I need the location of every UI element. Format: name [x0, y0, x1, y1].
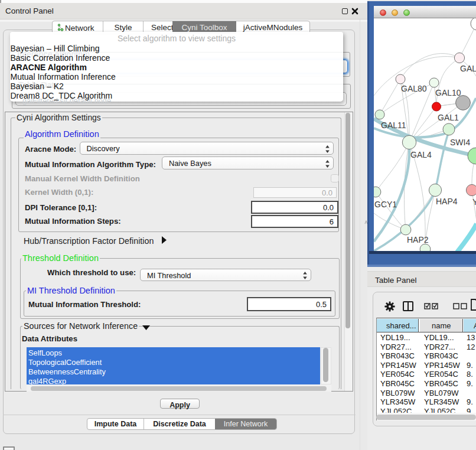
svg-text:GAL10: GAL10 [435, 88, 461, 97]
svg-text:HAP4: HAP4 [436, 197, 458, 206]
svg-text:GAL1: GAL1 [438, 113, 459, 122]
svg-text:GCY1: GCY1 [374, 200, 397, 209]
svg-text:HAP2: HAP2 [407, 235, 429, 244]
svg-text:GAL: GAL [460, 64, 476, 73]
svg-text:SWI4: SWI4 [450, 138, 470, 147]
svg-text:GAL80: GAL80 [401, 84, 427, 93]
svg-text:GAL4: GAL4 [410, 150, 432, 159]
svg-text:Y: Y [472, 197, 476, 207]
svg-text:GAL11: GAL11 [381, 120, 406, 130]
